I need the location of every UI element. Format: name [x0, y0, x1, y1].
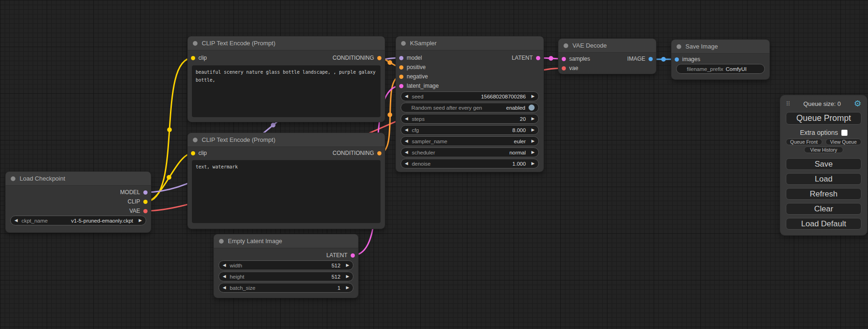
refresh-button[interactable]: Refresh [786, 188, 861, 200]
port-latent-output[interactable] [351, 253, 355, 258]
increment-arrow-icon[interactable]: ▶ [346, 286, 349, 290]
port-label: samples [569, 56, 590, 62]
port-clip-input[interactable] [191, 151, 195, 155]
view-history-button[interactable]: View History [804, 147, 843, 153]
widget-sampler-name[interactable]: ◀ sampler_name euler ▶ [401, 136, 539, 146]
widget-scheduler[interactable]: ◀ scheduler normal ▶ [401, 147, 539, 157]
widget-filename-prefix[interactable]: filename_prefix ComfyUI [676, 64, 765, 74]
input-samples: samples [562, 54, 590, 63]
widget-cfg[interactable]: ◀ cfg 8.000 ▶ [401, 125, 539, 135]
increment-arrow-icon[interactable]: ▶ [531, 117, 535, 121]
increment-arrow-icon[interactable]: ▶ [346, 263, 349, 267]
port-model-input[interactable] [399, 56, 403, 60]
link-midpoint-dot [549, 56, 553, 61]
widget-value: 1.000 [512, 161, 526, 167]
widget-denoise[interactable]: ◀ denoise 1.000 ▶ [401, 159, 539, 168]
collapse-dot-icon[interactable] [677, 44, 681, 49]
port-images-input[interactable] [675, 57, 679, 62]
widget-width[interactable]: ◀ width 512 ▶ [219, 260, 353, 270]
clear-button[interactable]: Clear [786, 203, 861, 215]
port-image-output[interactable] [649, 57, 653, 61]
node-header[interactable]: CLIP Text Encode (Prompt) [188, 133, 385, 147]
queue-prompt-button[interactable]: Queue Prompt [786, 112, 861, 125]
port-latent-output[interactable] [536, 56, 540, 60]
port-latent-input[interactable] [399, 84, 403, 88]
widget-label: height [230, 274, 244, 280]
port-negative-input[interactable] [399, 75, 403, 79]
widget-batch-size[interactable]: ◀ batch_size 1 ▶ [219, 283, 353, 293]
widget-ckpt-name[interactable]: ◀ ckpt_name v1-5-pruned-emaonly.ckpt ▶ [10, 216, 146, 225]
port-clip-output[interactable] [143, 200, 148, 204]
collapse-dot-icon[interactable] [193, 138, 198, 142]
increment-arrow-icon[interactable]: ▶ [346, 274, 349, 279]
node-empty-latent-image[interactable]: Empty Latent Image LATENT ◀ width 512 ▶ … [214, 234, 358, 298]
collapse-dot-icon[interactable] [219, 239, 224, 244]
decrement-arrow-icon[interactable]: ◀ [405, 117, 408, 121]
settings-gear-icon[interactable]: ⚙ [854, 99, 861, 108]
prompt-textarea[interactable]: beautiful scenery nature glass bottle la… [192, 65, 381, 117]
widget-random-seed-toggle[interactable]: Random seed after every gen enabled [401, 103, 539, 112]
node-header[interactable]: Save Image [671, 40, 769, 54]
node-save-image[interactable]: Save Image images filename_prefix ComfyU… [671, 40, 769, 79]
port-label: negative [407, 73, 428, 80]
load-default-button[interactable]: Load Default [786, 218, 861, 230]
decrement-arrow-icon[interactable]: ◀ [405, 94, 408, 98]
increment-arrow-icon[interactable]: ▶ [531, 94, 535, 98]
collapse-dot-icon[interactable] [401, 41, 406, 46]
node-header[interactable]: Empty Latent Image [214, 234, 358, 248]
decrement-arrow-icon[interactable]: ◀ [405, 128, 408, 132]
toggle-dot-icon[interactable] [529, 105, 535, 111]
input-model: model [399, 53, 422, 63]
decrement-arrow-icon[interactable]: ◀ [223, 286, 226, 290]
load-button[interactable]: Load [786, 173, 861, 185]
widget-steps[interactable]: ◀ steps 20 ▶ [401, 114, 539, 124]
graph-canvas[interactable]: Load Checkpoint MODEL CLIP VAE ◀ ckpt_na… [0, 0, 868, 329]
widget-value: 1 [338, 285, 340, 291]
node-header[interactable]: KSampler [396, 36, 543, 50]
port-conditioning-output[interactable] [377, 56, 381, 60]
decrement-arrow-icon[interactable]: ◀ [223, 274, 226, 279]
port-conditioning-output[interactable] [377, 151, 381, 155]
collapse-dot-icon[interactable] [193, 41, 198, 46]
increment-arrow-icon[interactable]: ▶ [531, 139, 535, 143]
decrement-arrow-icon[interactable]: ◀ [405, 150, 408, 154]
widget-value: 156680208700286 [481, 94, 526, 99]
decrement-arrow-icon[interactable]: ◀ [14, 218, 18, 223]
increment-arrow-icon[interactable]: ▶ [139, 218, 142, 223]
widget-seed[interactable]: ◀ seed 156680208700286 ▶ [401, 91, 539, 101]
node-clip-text-encode-positive[interactable]: CLIP Text Encode (Prompt) clip CONDITION… [188, 36, 385, 122]
node-title: VAE Decode [572, 42, 607, 49]
decrement-arrow-icon[interactable]: ◀ [405, 139, 408, 143]
widget-label: denoise [412, 161, 430, 167]
increment-arrow-icon[interactable]: ▶ [531, 150, 535, 154]
widget-label: filename_prefix [687, 66, 723, 72]
port-positive-input[interactable] [399, 65, 403, 70]
collapse-dot-icon[interactable] [564, 43, 568, 48]
node-header[interactable]: Load Checkpoint [6, 172, 151, 186]
port-samples-input[interactable] [562, 57, 566, 61]
input-clip: clip [191, 53, 207, 63]
decrement-arrow-icon[interactable]: ◀ [405, 161, 408, 166]
port-label: MODEL [120, 189, 140, 196]
node-load-checkpoint[interactable]: Load Checkpoint MODEL CLIP VAE ◀ ckpt_na… [6, 172, 151, 232]
queue-front-button[interactable]: Queue Front [786, 139, 822, 145]
node-clip-text-encode-negative[interactable]: CLIP Text Encode (Prompt) clip CONDITION… [188, 133, 385, 229]
widget-height[interactable]: ◀ height 512 ▶ [219, 272, 353, 281]
prompt-textarea[interactable]: text, watermark [192, 160, 381, 223]
node-header[interactable]: VAE Decode [558, 39, 656, 53]
extra-options-checkbox[interactable] [841, 130, 847, 136]
increment-arrow-icon[interactable]: ▶ [531, 161, 535, 166]
port-vae-input[interactable] [562, 66, 566, 70]
port-vae-output[interactable] [143, 209, 148, 213]
node-header[interactable]: CLIP Text Encode (Prompt) [188, 36, 385, 50]
decrement-arrow-icon[interactable]: ◀ [223, 263, 226, 267]
port-model-output[interactable] [143, 190, 148, 195]
collapse-dot-icon[interactable] [11, 176, 15, 181]
view-queue-button[interactable]: View Queue [826, 139, 862, 145]
node-ksampler[interactable]: KSampler model positive negative latent_… [396, 36, 543, 172]
port-clip-input[interactable] [191, 56, 195, 60]
drag-handle-icon[interactable]: ⠿ [786, 100, 790, 107]
save-button[interactable]: Save [786, 158, 861, 170]
node-vae-decode[interactable]: VAE Decode samples vae IMAGE [558, 39, 656, 74]
increment-arrow-icon[interactable]: ▶ [531, 128, 535, 132]
